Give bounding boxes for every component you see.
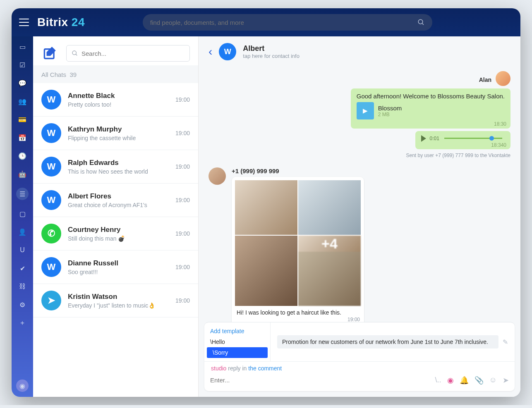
chat-row[interactable]: WAnnette BlackPretty colors too!19:00 <box>33 83 198 117</box>
message-input[interactable] <box>210 374 429 386</box>
chat-time: 19:00 <box>175 230 190 237</box>
gallery-image-more[interactable]: +4 <box>298 236 361 306</box>
hamburger-icon[interactable] <box>19 19 29 26</box>
template-preview: Promotion for new customers of our netwo… <box>277 335 498 348</box>
message-live-icon[interactable]: ◉ <box>16 379 29 392</box>
reply-comment-link[interactable]: the comment <box>248 365 282 372</box>
filter-icon[interactable]: ☰ <box>16 188 29 200</box>
attach-icon[interactable]: 📎 <box>474 376 484 385</box>
chat-time: 19:00 <box>175 163 190 170</box>
chat-icon[interactable]: 💬 <box>18 79 27 88</box>
gallery-image[interactable] <box>235 236 297 306</box>
attachment-name: Blossom <box>378 105 402 112</box>
chat-list-panel: All Chats 39 WAnnette BlackPretty colors… <box>33 36 199 397</box>
attachment[interactable]: ▶ Blossom 2 MB <box>357 102 505 119</box>
u-icon[interactable]: U <box>18 246 27 255</box>
outgoing-message: Good afternoon! Welcome to Blossoms Beau… <box>351 88 510 129</box>
template-sidebar: Add template \Hello\Sorry <box>204 322 271 361</box>
vk-icon: W <box>41 90 61 110</box>
template-row: Add template \Hello\Sorry Promotion for … <box>204 322 515 362</box>
group-icon[interactable]: 👥 <box>18 97 27 106</box>
chat-count: 39 <box>69 71 77 78</box>
emoji-icon[interactable]: ☺ <box>489 376 497 384</box>
gallery-image[interactable] <box>235 180 297 235</box>
conversation-header: ‹ W Albert tap here for contact info <box>199 36 520 67</box>
svg-line-1 <box>422 23 424 25</box>
conversation-title[interactable]: Albert <box>243 44 300 53</box>
chat-time: 19:00 <box>175 197 190 203</box>
feed-icon[interactable]: ▭ <box>18 42 27 51</box>
chat-row[interactable]: ➤Kristin WatsonEveryday I "just" listen … <box>33 284 198 317</box>
contact-phone: +1 (999) 999 999 <box>232 167 364 174</box>
bell-icon[interactable]: 🔔 <box>460 376 469 385</box>
image-gallery[interactable]: +4 <box>235 180 361 306</box>
video-icon: ▶ <box>357 102 374 119</box>
reply-mid: reply in <box>226 365 248 372</box>
plus-icon[interactable]: ＋ <box>18 318 27 327</box>
template-option[interactable]: \Hello <box>204 336 270 347</box>
svg-point-0 <box>418 19 423 24</box>
contact-icon[interactable]: 👤 <box>18 227 27 236</box>
incoming-message: +4 Hi! I was looking to get a haircut li… <box>232 177 364 322</box>
task-icon[interactable]: ☑ <box>18 60 27 69</box>
chat-name: Albert Flores <box>68 192 175 200</box>
chat-name: Ralph Edwards <box>68 159 175 167</box>
gear-icon[interactable]: ⚙ <box>18 300 27 309</box>
chat-preview: Pretty colors too! <box>68 101 175 108</box>
chat-name: Dianne Russell <box>68 259 175 267</box>
vk-icon: W <box>41 190 61 210</box>
reply-studio: studio <box>211 365 226 372</box>
chat-filter[interactable]: All Chats 39 <box>33 65 198 83</box>
bot-icon[interactable]: 🤖 <box>18 169 27 179</box>
conversation-subtitle[interactable]: tap here for contact info <box>243 53 300 59</box>
edit-template-button[interactable]: ✎ <box>503 338 508 346</box>
crm-icon[interactable]: 💳 <box>18 115 27 124</box>
chat-name: Kathryn Murphy <box>68 125 175 134</box>
conversation-panel: ‹ W Albert tap here for contact info Ala… <box>199 36 520 397</box>
topbar: Bitrix 24 <box>12 8 520 36</box>
tg-icon: ➤ <box>41 291 61 310</box>
calendar-icon[interactable]: 📅 <box>18 133 27 142</box>
message-time: 19:00 <box>235 317 361 322</box>
chat-name: Kristin Watson <box>68 293 175 301</box>
agent-avatar <box>496 71 510 86</box>
play-icon[interactable] <box>421 135 426 142</box>
vk-icon: W <box>41 257 61 277</box>
chat-row[interactable]: ✆Courtney HenryStill doing this man 💣19:… <box>33 217 198 251</box>
search-icon <box>417 19 425 26</box>
back-button[interactable]: ‹ <box>208 45 212 58</box>
chat-preview: Flipping the cassette while <box>68 135 175 141</box>
svg-point-3 <box>72 51 76 55</box>
eye-icon[interactable]: ◉ <box>447 376 454 385</box>
chat-time: 19:00 <box>175 297 190 304</box>
more-count: +4 <box>298 236 361 252</box>
chat-time: 19:00 <box>175 96 190 103</box>
chat-search[interactable] <box>66 45 190 62</box>
message-time: 18:30 <box>494 121 506 127</box>
window-icon[interactable]: ▢ <box>18 209 27 218</box>
message-text: Good afternoon! Welcome to Blossoms Beau… <box>357 93 505 100</box>
template-option[interactable]: \Sorry <box>207 347 268 358</box>
chat-search-input[interactable] <box>81 50 185 57</box>
global-search[interactable] <box>143 14 432 31</box>
nav-rail: ▭ ☑ 💬 👥 💳 📅 🕒 🤖 ☰ ▢ 👤 U ✔ ⛓ ⚙ ＋ ◉ <box>12 36 33 397</box>
sitemap-icon[interactable]: ⛓ <box>18 282 27 291</box>
chat-row[interactable]: WRalph EdwardsThis is how Neo sees the w… <box>33 150 198 184</box>
compose-icon <box>43 46 57 60</box>
message-text: Hi! I was looking to get a haircut like … <box>235 306 361 317</box>
compose-button[interactable] <box>41 45 59 62</box>
global-search-input[interactable] <box>150 19 417 26</box>
send-icon[interactable]: ➤ <box>503 376 509 385</box>
audio-track[interactable] <box>444 138 502 139</box>
chat-name: Courtney Henry <box>68 226 175 234</box>
chat-row[interactable]: WAlbert FloresGreat choice of Acronym AF… <box>33 184 198 217</box>
chat-row[interactable]: WDianne RussellSoo great!!!19:00 <box>33 251 198 284</box>
backslash-icon[interactable]: \.. <box>435 376 441 384</box>
message-list: Alan Good afternoon! Welcome to Blossoms… <box>199 67 520 322</box>
gallery-image[interactable] <box>298 180 361 235</box>
chat-row[interactable]: WKathryn MurphyFlipping the cassette whi… <box>33 117 198 150</box>
time-icon[interactable]: 🕒 <box>18 151 27 160</box>
add-template-button[interactable]: Add template <box>204 326 270 336</box>
check-icon[interactable]: ✔ <box>18 264 27 273</box>
audio-message[interactable]: 0:01 18:340 <box>415 131 510 149</box>
